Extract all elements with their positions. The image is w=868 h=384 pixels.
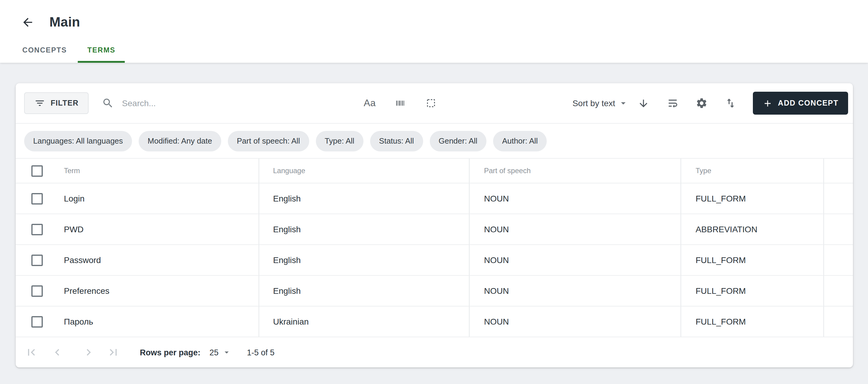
toolbar-icon-group [664, 95, 738, 111]
previous-page-button[interactable] [50, 345, 64, 360]
toolbar: FILTER Aa Sort by text [16, 83, 853, 124]
chip-part-of-speech[interactable]: Part of speech: All [228, 130, 309, 151]
row-checkbox[interactable] [31, 224, 43, 235]
term-cell: Password [44, 245, 259, 275]
table-row[interactable]: Login English NOUN FULL_FORM [16, 183, 853, 214]
terms-table: Term Language Part of speech Type Login … [16, 159, 853, 337]
back-button[interactable] [21, 15, 35, 30]
table-spacer-cell [824, 159, 853, 183]
chip-gender[interactable]: Gender: All [430, 130, 487, 151]
add-concept-label: ADD CONCEPT [778, 99, 838, 108]
tab-terms[interactable]: TERMS [78, 39, 125, 63]
table-spacer-cell [824, 183, 853, 213]
chevron-right-icon [82, 346, 95, 359]
pagination-bar: Rows per page: 25 1-5 of 5 [16, 337, 853, 367]
table-row[interactable]: Пароль Ukrainian NOUN FULL_FORM [16, 306, 853, 337]
title-row: Main [0, 11, 868, 34]
add-concept-button[interactable]: ADD CONCEPT [752, 92, 848, 115]
search-icon [102, 97, 114, 109]
term-cell: Login [44, 183, 259, 213]
header-checkbox-cell [16, 159, 44, 183]
row-checkbox-cell [16, 276, 44, 306]
row-checkbox-cell [16, 306, 44, 337]
settings-button[interactable] [693, 95, 709, 111]
table-row[interactable]: Preferences English NOUN FULL_FORM [16, 276, 853, 306]
match-case-button[interactable]: Aa [362, 95, 378, 111]
chip-status[interactable]: Status: All [370, 130, 423, 151]
type-cell: FULL_FORM [681, 245, 824, 275]
chip-author[interactable]: Author: All [493, 130, 547, 151]
sort-dropdown[interactable]: Sort by text [572, 98, 628, 109]
match-case-label: Aa [364, 98, 376, 109]
pagination-range: 1-5 of 5 [247, 348, 275, 357]
top-header: Main CONCEPTS TERMS [0, 0, 868, 63]
sort-direction-button[interactable] [636, 95, 651, 111]
page-title: Main [50, 14, 80, 30]
column-header-part-of-speech[interactable]: Part of speech [470, 159, 681, 183]
gear-icon [695, 97, 707, 109]
barcode-button[interactable] [393, 95, 408, 111]
language-cell: English [259, 245, 470, 275]
column-header-type[interactable]: Type [681, 159, 824, 183]
term-cell: Пароль [44, 306, 259, 337]
chip-languages[interactable]: Languages: All languages [24, 130, 132, 151]
table-spacer-cell [824, 306, 853, 337]
row-checkbox[interactable] [31, 254, 43, 266]
type-cell: FULL_FORM [681, 306, 824, 337]
column-header-term[interactable]: Term [44, 159, 259, 183]
first-page-icon [25, 346, 38, 359]
language-cell: Ukrainian [259, 306, 470, 337]
type-cell: FULL_FORM [681, 276, 824, 306]
caret-down-icon [221, 348, 231, 357]
last-page-icon [107, 346, 120, 359]
filter-button-label: FILTER [51, 99, 79, 108]
next-page-button[interactable] [82, 345, 96, 360]
swap-vertical-button[interactable] [722, 95, 738, 111]
wrap-text-icon [666, 97, 678, 109]
row-checkbox[interactable] [31, 285, 43, 297]
part-of-speech-cell: NOUN [470, 276, 681, 306]
language-cell: English [259, 214, 470, 244]
plus-icon [762, 98, 772, 108]
rows-per-page-dropdown[interactable]: 25 [210, 348, 231, 357]
filter-icon [34, 98, 45, 109]
table-spacer-cell [824, 214, 853, 244]
part-of-speech-cell: NOUN [470, 214, 681, 244]
column-header-language[interactable]: Language [259, 159, 470, 183]
filter-button[interactable]: FILTER [24, 92, 89, 114]
row-checkbox[interactable] [31, 316, 43, 327]
row-checkbox[interactable] [31, 193, 43, 204]
part-of-speech-cell: NOUN [470, 306, 681, 337]
app-root: Main CONCEPTS TERMS FILTER Aa [0, 0, 868, 384]
barcode-icon [395, 97, 407, 109]
arrow-down-icon [638, 97, 649, 109]
swap-vertical-icon [724, 97, 736, 109]
chevron-left-icon [51, 346, 64, 359]
rows-per-page-label: Rows per page: [140, 348, 200, 357]
select-area-icon [425, 97, 437, 109]
chip-type[interactable]: Type: All [315, 130, 363, 151]
search-input[interactable] [121, 98, 358, 109]
term-cell: PWD [44, 214, 259, 244]
sort-label: Sort by text [572, 98, 615, 108]
chip-modified[interactable]: Modified: Any date [138, 130, 221, 151]
first-page-button[interactable] [24, 345, 38, 360]
arrow-back-icon [21, 16, 34, 29]
row-checkbox-cell [16, 183, 44, 213]
rows-per-page-value: 25 [210, 348, 218, 357]
table-header-row: Term Language Part of speech Type [16, 159, 853, 183]
part-of-speech-cell: NOUN [470, 183, 681, 213]
wrap-text-button[interactable] [664, 95, 680, 111]
filter-chips-row: Languages: All languages Modified: Any d… [16, 124, 853, 159]
search-options: Aa [362, 95, 439, 111]
terms-card: FILTER Aa Sort by text [16, 83, 853, 367]
select-all-checkbox[interactable] [31, 165, 43, 176]
table-spacer-cell [824, 276, 853, 306]
table-row[interactable]: PWD English NOUN ABBREVIATION [16, 214, 853, 245]
table-row[interactable]: Password English NOUN FULL_FORM [16, 245, 853, 276]
select-area-button[interactable] [424, 95, 439, 111]
table-spacer-cell [824, 245, 853, 275]
tab-concepts[interactable]: CONCEPTS [13, 39, 76, 63]
last-page-button[interactable] [106, 345, 121, 360]
caret-down-icon [618, 98, 628, 109]
